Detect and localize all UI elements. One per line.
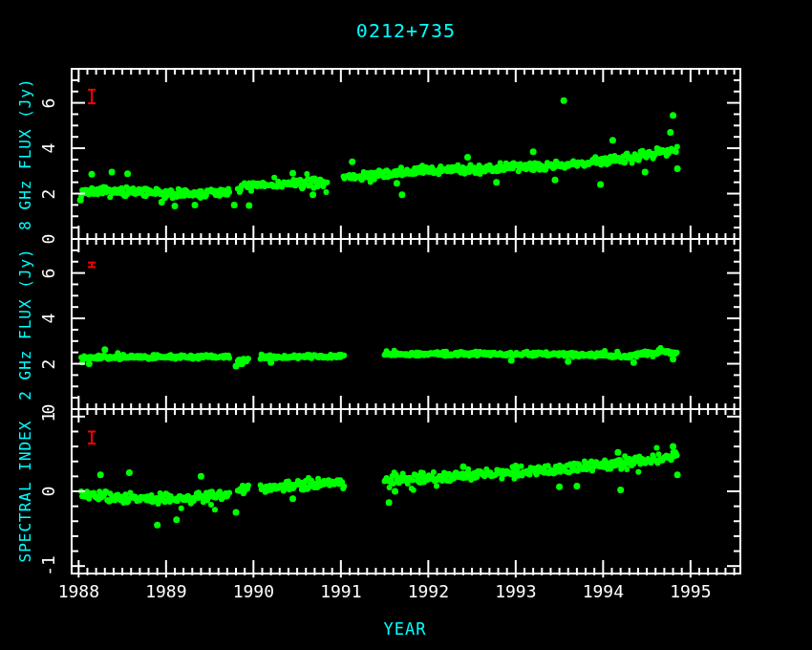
y-tick-label: 1 <box>38 411 58 422</box>
y-tick-label: 2 <box>38 188 58 199</box>
y-tick-label: 0 <box>38 487 58 497</box>
x-tick-label: 1995 <box>670 581 711 601</box>
y-tick-label: 0 <box>38 234 58 245</box>
y-tick-label: -1 <box>38 555 58 576</box>
x-tick-label: 1993 <box>495 581 536 601</box>
lightcurve-figure: 0212+735 8 GHz FLUX (Jy) 2 GHz FLUX (Jy)… <box>0 0 812 650</box>
y-axis-label-2ghz: 2 GHz FLUX (Jy) <box>16 248 34 401</box>
plot-title: 0212+735 <box>356 19 456 42</box>
x-tick-label: 1991 <box>320 581 361 601</box>
plot-canvas <box>0 0 812 650</box>
y-tick-label: 2 <box>38 358 58 369</box>
x-tick-label: 1994 <box>583 581 624 601</box>
x-tick-label: 1990 <box>233 581 274 601</box>
y-tick-label: 4 <box>38 143 58 154</box>
x-axis-label: YEAR <box>384 619 427 639</box>
y-axis-label-8ghz: 8 GHz FLUX (Jy) <box>16 77 34 230</box>
x-tick-label: 1989 <box>145 581 186 601</box>
x-tick-label: 1992 <box>408 581 449 601</box>
y-tick-label: 6 <box>38 98 58 108</box>
x-tick-label: 1988 <box>58 581 99 601</box>
y-axis-label-spectral-index: SPECTRAL INDEX <box>16 421 34 563</box>
y-tick-label: 6 <box>38 268 58 278</box>
y-tick-label: 4 <box>38 314 58 324</box>
